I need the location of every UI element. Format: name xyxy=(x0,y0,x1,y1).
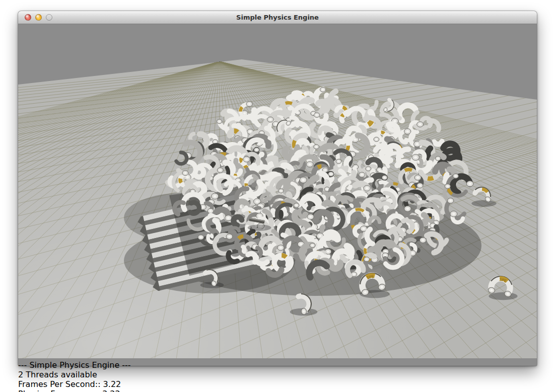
title-bar[interactable]: Simple Physics Engine xyxy=(18,11,537,24)
window-title: Simple Physics Engine xyxy=(236,14,319,21)
app-window: Simple Physics Engine SPESPE --- Simple … xyxy=(18,11,537,366)
stats-line: 2 Threads available xyxy=(18,370,537,379)
stats-lines: 2 Threads availableFrames Per Second:: 3… xyxy=(18,370,537,392)
window-controls xyxy=(25,14,52,21)
stats-line: Physics Frequency::: 3.22 xyxy=(18,389,537,392)
minimize-button[interactable] xyxy=(35,14,42,21)
engine-title: --- Simple Physics Engine --- xyxy=(18,360,537,370)
stats-line: Frames Per Second:: 3.22 xyxy=(18,379,537,389)
zoom-button[interactable] xyxy=(46,14,52,21)
viewport-3d[interactable]: SPESPE --- Simple Physics Engine --- 2 T… xyxy=(18,24,537,392)
close-button[interactable] xyxy=(25,14,31,21)
stats-overlay: --- Simple Physics Engine --- 2 Threads … xyxy=(18,360,537,392)
physics-scene[interactable]: SPESPE xyxy=(18,24,537,358)
